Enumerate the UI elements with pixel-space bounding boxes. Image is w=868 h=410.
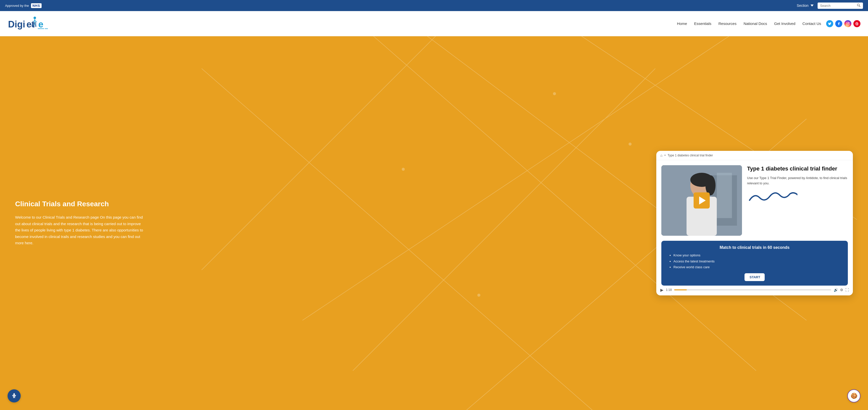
start-button[interactable]: START bbox=[744, 273, 765, 281]
accessibility-button[interactable] bbox=[7, 389, 21, 403]
match-item-3: Receive world class care bbox=[674, 264, 842, 270]
svg-point-30 bbox=[477, 294, 480, 297]
progress-bar-fill bbox=[674, 289, 687, 291]
nav-item-national-docs[interactable]: National Docs bbox=[744, 22, 767, 26]
control-play-icon[interactable]: ▶ bbox=[660, 287, 663, 293]
nav-bar: Digi et e Home Essentials Resources Nati… bbox=[0, 11, 868, 36]
volume-icon[interactable]: 🔊 bbox=[834, 288, 838, 292]
breadcrumb-text: Type 1 diabetes clinical trial finder bbox=[668, 153, 713, 157]
nhs-badge: Approved by the NHS bbox=[5, 3, 41, 8]
hero-body: Welcome to our Clinical Trials and Resea… bbox=[15, 214, 146, 246]
svg-text:et: et bbox=[27, 19, 34, 30]
fullscreen-icon[interactable]: ⛶ bbox=[845, 288, 849, 292]
section-dropdown[interactable]: Section bbox=[797, 3, 813, 7]
approved-text: Approved by the bbox=[5, 4, 29, 7]
video-title: Type 1 diabetes clinical trial finder bbox=[747, 165, 848, 172]
video-control-icons: 🔊 ⚙ ⛶ bbox=[834, 288, 849, 292]
match-item-1: Know your options bbox=[674, 252, 842, 258]
instagram-icon[interactable] bbox=[844, 20, 851, 27]
nav-item-get-involved[interactable]: Get Involved bbox=[774, 22, 796, 26]
search-bar[interactable] bbox=[817, 2, 863, 9]
nav-link-essentials[interactable]: Essentials bbox=[694, 22, 711, 26]
play-icon bbox=[699, 197, 706, 205]
video-thumbnail[interactable] bbox=[661, 165, 742, 236]
svg-point-27 bbox=[402, 168, 405, 171]
facebook-icon[interactable] bbox=[835, 20, 842, 27]
nav-link-contact-us[interactable]: Contact Us bbox=[803, 22, 821, 26]
svg-point-2 bbox=[33, 16, 36, 19]
video-content: Type 1 diabetes clinical trial finder Us… bbox=[656, 160, 853, 241]
breadcrumb-separator: • bbox=[664, 153, 665, 157]
search-input[interactable] bbox=[820, 4, 856, 7]
svg-point-31 bbox=[628, 142, 631, 145]
section-label: Section bbox=[797, 3, 808, 7]
time-display: 1:18 bbox=[666, 288, 672, 292]
svg-text:e: e bbox=[38, 19, 43, 30]
pinterest-icon[interactable] bbox=[854, 20, 861, 27]
nav-link-home[interactable]: Home bbox=[677, 22, 687, 26]
home-icon: ⌂ bbox=[660, 153, 662, 158]
video-top-bar: ⌂ • Type 1 diabetes clinical trial finde… bbox=[656, 151, 853, 160]
svg-line-22 bbox=[353, 68, 655, 371]
nav-item-home[interactable]: Home bbox=[677, 22, 687, 26]
nhs-logo: NHS bbox=[31, 3, 41, 8]
cookie-icon: 🍪 bbox=[850, 392, 858, 399]
logo-svg: Digi et e bbox=[7, 15, 53, 33]
social-icons bbox=[826, 20, 861, 27]
play-button[interactable] bbox=[693, 193, 710, 208]
hero-title: Clinical Trials and Research bbox=[15, 200, 146, 208]
svg-line-24 bbox=[202, 68, 605, 410]
svg-text:Digi: Digi bbox=[8, 19, 25, 30]
accessibility-icon bbox=[11, 392, 18, 399]
svg-point-28 bbox=[553, 92, 556, 95]
cookie-button[interactable]: 🍪 bbox=[847, 389, 861, 403]
svg-line-1 bbox=[859, 5, 860, 6]
logo: Digi et e bbox=[7, 15, 53, 33]
nav-links: Home Essentials Resources National Docs … bbox=[677, 22, 821, 26]
match-card-list: Know your options Access the latest trea… bbox=[668, 252, 842, 270]
svg-rect-34 bbox=[717, 173, 732, 218]
dropdown-arrow-icon bbox=[810, 4, 813, 6]
wave-decoration bbox=[747, 190, 848, 206]
search-icon bbox=[857, 3, 861, 8]
match-card-title: Match to clinical trials in 60 seconds bbox=[668, 245, 842, 250]
svg-point-40 bbox=[13, 394, 14, 395]
nav-item-contact-us[interactable]: Contact Us bbox=[803, 22, 821, 26]
svg-line-20 bbox=[202, 36, 454, 270]
match-item-2: Access the latest treatments bbox=[674, 259, 842, 264]
settings-icon[interactable]: ⚙ bbox=[840, 288, 843, 292]
nav-item-essentials[interactable]: Essentials bbox=[694, 22, 711, 26]
svg-point-17 bbox=[847, 23, 848, 24]
nav-link-get-involved[interactable]: Get Involved bbox=[774, 22, 796, 26]
top-bar: Approved by the NHS Section bbox=[0, 0, 868, 11]
match-card: Match to clinical trials in 60 seconds K… bbox=[661, 241, 848, 285]
video-controls: ▶ 1:18 🔊 ⚙ ⛶ bbox=[656, 285, 853, 293]
video-card: ⌂ • Type 1 diabetes clinical trial finde… bbox=[656, 151, 853, 295]
svg-point-18 bbox=[848, 23, 849, 23]
hero-section: Clinical Trials and Research Welcome to … bbox=[0, 36, 868, 410]
progress-bar[interactable] bbox=[674, 289, 831, 291]
svg-rect-16 bbox=[846, 22, 849, 25]
video-info: Type 1 diabetes clinical trial finder Us… bbox=[747, 165, 848, 206]
hero-content: Clinical Trials and Research Welcome to … bbox=[15, 200, 146, 246]
video-description: Use our Type 1 Trial Finder, powered by … bbox=[747, 175, 848, 186]
nav-item-resources[interactable]: Resources bbox=[718, 22, 737, 26]
nav-link-resources[interactable]: Resources bbox=[718, 22, 737, 26]
svg-rect-10 bbox=[35, 22, 36, 27]
twitter-icon[interactable] bbox=[826, 20, 833, 27]
nav-link-national-docs[interactable]: National Docs bbox=[744, 22, 767, 26]
